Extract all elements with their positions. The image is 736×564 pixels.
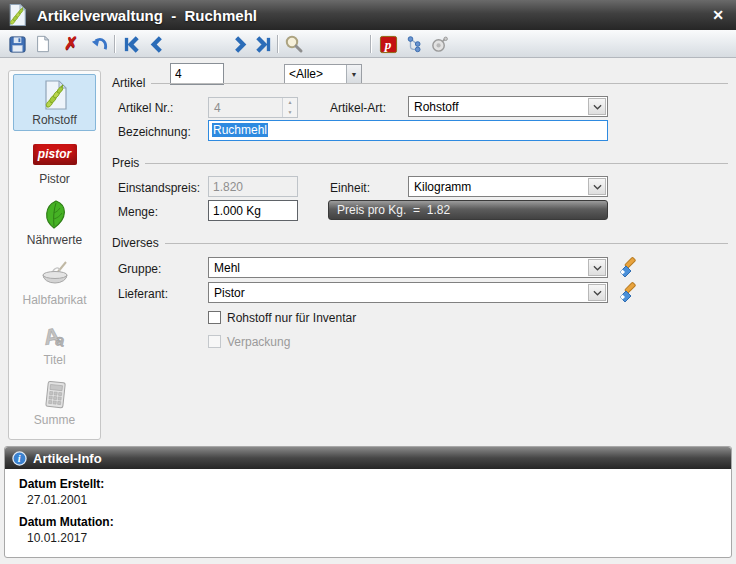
gruppe-edit-button[interactable] [616,256,638,278]
verpackung-checkbox-label: Verpackung [227,335,290,349]
next-record-icon [230,35,249,54]
first-record-icon [122,35,141,54]
previous-record-icon [148,35,167,54]
artikel-art-select[interactable]: Rohstoff [408,96,608,117]
previous-record-button[interactable] [146,33,168,55]
menge-label: Menge: [118,205,158,219]
sidebar-item-label: Rohstoff [32,113,76,127]
artikel-info-title: Artikel-Info [33,451,102,466]
undo-button[interactable] [88,33,110,55]
stepper-buttons[interactable]: ▲▼ [282,98,297,117]
einheit-select[interactable]: Kilogramm [408,176,608,197]
section-diverses: Diverses [112,236,728,250]
menge-input[interactable] [208,200,298,221]
sidebar: Rohstoff pistor Pistor Nährwerte [8,70,101,440]
sidebar-item-label: Nährwerte [27,233,82,247]
rohstoff-document-wheat-icon [39,79,71,111]
delete-button[interactable]: ✗ [60,33,82,55]
settings-button[interactable] [428,33,450,55]
save-icon [8,35,27,54]
datum-erstellt-label: Datum Erstellt: [19,477,104,491]
section-title: Artikel [112,76,145,90]
info-icon: i [12,451,27,466]
gruppe-select[interactable]: Mehl [208,257,608,278]
lieferant-select[interactable]: Pistor [208,282,608,303]
chevron-down-icon[interactable] [588,178,606,195]
window-title: Artikelverwaltung - Ruchmehl [37,7,257,24]
einheit-value: Kilogramm [409,177,587,196]
sidebar-item-label: Halbfabrikat [22,293,86,307]
delete-icon: ✗ [64,35,78,53]
bezeichnung-input[interactable]: Ruchmehl [208,120,608,141]
sidebar-item-titel: A a Titel [13,314,96,371]
calculator-icon [39,379,71,411]
search-icon [284,34,304,54]
close-icon[interactable]: ✕ [708,5,728,25]
inventar-checkbox-label: Rohstoff nur für Inventar [227,311,356,325]
new-document-button[interactable] [32,33,54,55]
svg-text:i: i [18,453,21,464]
sidebar-item-summe: Summe [13,374,96,431]
pistor-icon: p [379,35,398,54]
new-document-icon [34,35,52,53]
section-title: Diverses [112,236,159,250]
sidebar-item-halbfabrikat: Halbfabrikat [13,254,96,311]
datum-erstellt-value: 27.01.2001 [27,493,87,507]
toolbar: ✗ [0,30,736,58]
einheit-label: Einheit: [330,181,370,195]
pistor-button[interactable]: p [377,33,399,55]
section-divider [165,243,728,244]
sidebar-item-pistor[interactable]: pistor Pistor [13,134,96,191]
search-button[interactable] [283,33,305,55]
relations-icon [406,35,424,53]
settings-icon [430,35,449,54]
section-divider [145,163,728,164]
gruppe-label: Gruppe: [118,262,161,276]
artikel-info-panel: i Artikel-Info Datum Erstellt: 27.01.200… [4,446,732,558]
lieferant-edit-button[interactable] [616,281,638,303]
toolbar-separator [277,35,278,53]
inventar-checkbox[interactable] [208,311,221,324]
section-divider [151,83,728,84]
section-artikel: Artikel [112,76,728,90]
sidebar-item-naehrwerte[interactable]: Nährwerte [13,194,96,251]
pistor-logo-icon: pistor [33,144,77,165]
leaf-icon [39,199,71,231]
gruppe-value: Mehl [209,258,587,277]
relations-button[interactable] [404,33,426,55]
artikelverwaltung-window: Artikelverwaltung - Ruchmehl ✕ ✗ [0,0,736,564]
document-wheat-icon [5,3,29,27]
chevron-down-icon[interactable] [588,259,606,276]
letters-icon: A a [39,319,71,351]
artikel-art-label: Artikel-Art: [330,101,386,115]
title-bar: Artikelverwaltung - Ruchmehl ✕ [0,0,736,30]
artikel-art-value: Rohstoff [409,97,587,116]
brush-icon [616,281,638,303]
save-button[interactable] [6,33,28,55]
artikel-nr-value: 4 [209,98,282,117]
preis-pro-kg-bar: Preis pro Kg. = 1.82 [328,200,608,220]
next-record-button[interactable] [228,33,250,55]
toolbar-separator [114,35,115,53]
einstandspreis-input [208,176,298,197]
sidebar-item-label: Titel [43,353,65,367]
sidebar-item-label: Pistor [39,172,70,186]
artikel-nr-stepper: 4 ▲▼ [208,97,298,118]
section-title: Preis [112,156,139,170]
datum-mutation-label: Datum Mutation: [19,515,114,529]
verpackung-checkbox [208,335,221,348]
einstandspreis-label: Einstandspreis: [118,181,200,195]
sidebar-item-label: Summe [34,413,75,427]
chevron-down-icon[interactable] [588,284,606,301]
svg-text:p: p [383,37,391,52]
lieferant-value: Pistor [209,283,587,302]
lieferant-label: Lieferant: [118,287,168,301]
artikel-nr-label: Artikel Nr.: [118,101,173,115]
bezeichnung-label: Bezeichnung: [118,125,191,139]
chevron-down-icon[interactable] [588,98,606,115]
brush-icon [616,256,638,278]
first-record-button[interactable] [120,33,142,55]
bowl-whisk-icon [39,259,71,291]
sidebar-item-rohstoff[interactable]: Rohstoff [13,74,96,131]
bezeichnung-selected-text: Ruchmehl [212,123,268,137]
